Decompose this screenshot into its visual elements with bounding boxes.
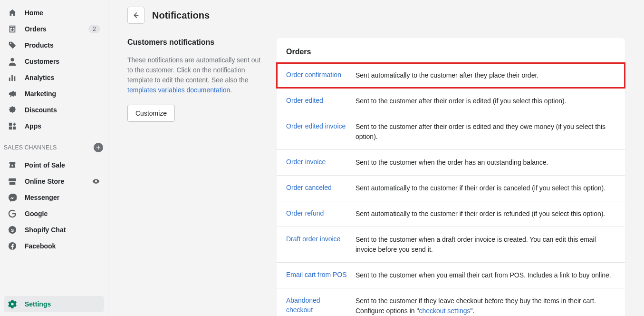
svg-rect-5 (9, 127, 12, 129)
channel-item-point-of-sale[interactable]: Point of Sale (4, 157, 104, 173)
sidebar-item-label: Analytics (25, 74, 100, 81)
sidebar-item-orders[interactable]: Orders 2 (4, 21, 104, 37)
notification-row: Order refundSent automatically to the cu… (277, 201, 625, 227)
sidebar-item-home[interactable]: Home (4, 5, 104, 21)
sidebar-item-apps[interactable]: Apps (4, 118, 104, 134)
sidebar-item-marketing[interactable]: Marketing (4, 86, 104, 102)
svg-rect-4 (9, 123, 12, 126)
svg-rect-3 (14, 76, 16, 81)
notification-link[interactable]: Order edited (286, 96, 347, 106)
sidebar-item-label: Discounts (25, 106, 100, 114)
notification-description: Sent to the customer when the order has … (356, 158, 615, 168)
section-header-label: SALES CHANNELS (4, 144, 57, 151)
notification-row: Order invoiceSent to the customer when t… (277, 149, 625, 175)
notification-link[interactable]: Order confirmation (286, 70, 347, 80)
channel-item-messenger[interactable]: Messenger (4, 189, 104, 206)
notification-description: Sent automatically to the customer after… (356, 70, 615, 80)
svg-point-0 (10, 58, 14, 61)
pos-icon (8, 160, 17, 170)
customize-button[interactable]: Customize (127, 105, 175, 122)
discount-icon (8, 105, 17, 115)
sidebar-item-label: Point of Sale (25, 161, 100, 169)
channel-item-google[interactable]: Google (4, 206, 104, 222)
section-title: Customers notifications (127, 38, 265, 47)
svg-text:S: S (11, 227, 14, 233)
orders-badge: 2 (88, 25, 100, 33)
tag-icon (8, 40, 17, 50)
arrow-left-icon (132, 11, 140, 20)
notification-row: Abandoned checkoutSent to the customer i… (277, 288, 625, 316)
sidebar-item-label: Home (25, 9, 100, 17)
notification-description: Sent automatically to the customer if th… (356, 183, 615, 193)
sidebar-item-customers[interactable]: Customers (4, 53, 104, 69)
sidebar-item-label: Products (25, 41, 100, 49)
notification-link[interactable]: Order refund (286, 209, 347, 218)
home-icon (8, 8, 17, 18)
notification-description: Sent to the customer if they leave check… (356, 296, 615, 316)
sidebar-item-label: Customers (25, 58, 100, 65)
notification-link[interactable]: Order invoice (286, 158, 347, 167)
notification-link[interactable]: Order edited invoice (286, 122, 347, 131)
notification-link[interactable]: Order canceled (286, 183, 347, 193)
channel-item-shopify-chat[interactable]: S Shopify Chat (4, 222, 104, 238)
sidebar-item-analytics[interactable]: Analytics (4, 69, 104, 86)
card-title: Orders (286, 48, 615, 56)
sidebar-item-products[interactable]: Products (4, 37, 104, 53)
channel-item-facebook[interactable]: Facebook (4, 238, 104, 254)
notification-row: Order canceledSent automatically to the … (277, 175, 625, 201)
sidebar-item-label: Settings (25, 300, 100, 308)
templates-variables-link[interactable]: templates variables documentation (127, 86, 230, 94)
svg-rect-2 (11, 75, 13, 81)
sidebar-item-label: Facebook (25, 242, 100, 250)
gear-icon (8, 299, 17, 309)
sidebar-item-label: Messenger (25, 194, 100, 201)
notification-link[interactable]: Abandoned checkout (286, 296, 347, 315)
notification-row: Order confirmationSent automatically to … (277, 63, 625, 88)
megaphone-icon (8, 89, 17, 99)
notification-link[interactable]: Email cart from POS (286, 270, 347, 280)
sidebar-item-label: Shopify Chat (25, 226, 100, 234)
notification-description: Sent automatically to the customer if th… (356, 209, 615, 219)
sidebar-item-label: Online Store (25, 178, 92, 185)
checkout-settings-link[interactable]: checkout settings (419, 307, 470, 315)
section-sidebar: Customers notifications These notificati… (127, 38, 265, 122)
analytics-icon (8, 73, 17, 82)
sidebar-item-label: Marketing (25, 90, 100, 98)
notification-row: Draft order invoiceSent to the customer … (277, 227, 625, 262)
chat-icon: S (8, 225, 17, 235)
svg-rect-6 (13, 127, 16, 129)
notification-row: Order editedSent to the customer after t… (277, 88, 625, 114)
page-title: Notifications (152, 10, 210, 21)
add-channel-button[interactable] (94, 143, 103, 152)
sales-channels-header: SALES CHANNELS (0, 136, 108, 155)
back-button[interactable] (127, 7, 144, 24)
notification-description: Sent to the customer when you email thei… (356, 270, 615, 280)
sidebar-item-label: Google (25, 210, 100, 217)
notification-row: Order edited invoiceSent to the customer… (277, 114, 625, 149)
google-icon (8, 209, 17, 218)
orders-card: Orders Order confirmationSent automatica… (277, 38, 625, 316)
section-description: These notifications are automatically se… (127, 55, 265, 95)
sidebar: Home Orders 2 Products Customers (0, 0, 108, 316)
notification-link[interactable]: Draft order invoice (286, 235, 347, 244)
svg-rect-1 (9, 78, 10, 81)
main-content: Notifications Customers notifications Th… (108, 0, 644, 316)
channel-item-online-store[interactable]: Online Store (4, 173, 104, 189)
sidebar-item-label: Orders (25, 25, 88, 33)
notification-row: Email cart from POSSent to the customer … (277, 262, 625, 288)
messenger-icon (8, 193, 17, 202)
plus-icon (96, 145, 101, 150)
orders-icon (8, 24, 17, 34)
sidebar-item-settings[interactable]: Settings (4, 296, 104, 312)
notification-description: Sent to the customer when a draft order … (356, 235, 615, 255)
person-icon (8, 57, 17, 66)
eye-icon[interactable] (92, 177, 100, 186)
sidebar-item-label: Apps (25, 122, 100, 130)
notification-description: Sent to the customer after their order i… (356, 96, 615, 106)
store-icon (8, 177, 17, 186)
apps-icon (8, 121, 17, 131)
notification-description: Sent to the customer after their order i… (356, 122, 615, 142)
sidebar-item-discounts[interactable]: Discounts (4, 102, 104, 118)
facebook-icon (8, 241, 17, 251)
